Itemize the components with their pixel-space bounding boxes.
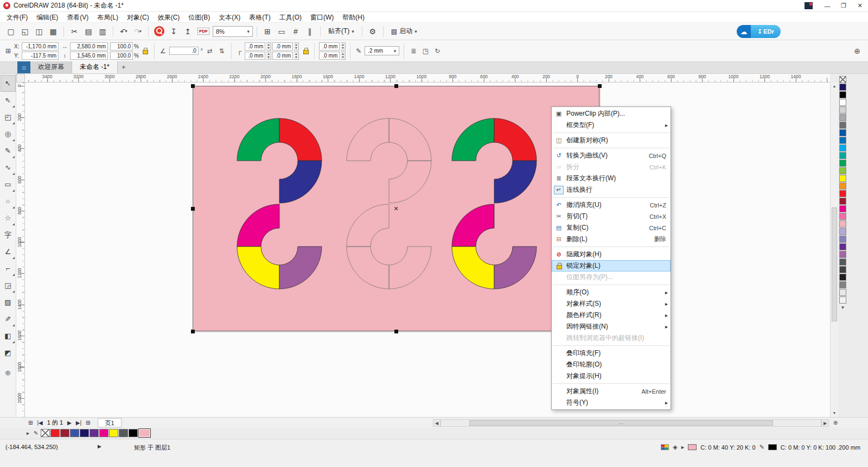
mirror-horizontal-button[interactable]: ⇄ xyxy=(205,46,215,56)
color-swatch[interactable] xyxy=(839,160,846,167)
interactive-fill-tool[interactable]: ◧ xyxy=(1,327,16,344)
spinner[interactable] xyxy=(294,42,299,51)
export-button[interactable]: ↥ xyxy=(181,25,194,38)
shadow-tool[interactable]: ◲ xyxy=(1,277,16,294)
color-eyedropper-tool[interactable]: ✎ xyxy=(1,311,16,327)
color-swatch[interactable] xyxy=(839,236,846,243)
context-menu-item[interactable]: PowerClip 内部(P)... xyxy=(552,108,671,119)
context-menu-item[interactable]: 删除(L)删除 xyxy=(552,234,671,245)
context-menu-item[interactable]: 颜色样式(R)▸ xyxy=(552,310,671,321)
context-menu-item[interactable]: 转换为曲线(V)Ctrl+Q xyxy=(552,150,671,161)
zoom-fit-icon[interactable]: ⊕ xyxy=(831,419,840,427)
context-menu-item[interactable]: 段落文本换行(W) xyxy=(552,173,671,184)
color-swatch[interactable] xyxy=(839,84,846,91)
magenta-segment[interactable] xyxy=(452,204,494,247)
crop-tool[interactable]: ◰ xyxy=(1,109,16,125)
menu-tools[interactable]: 工具(O) xyxy=(275,12,306,23)
document-color-swatch[interactable] xyxy=(109,429,118,437)
menu-object[interactable]: 对象(C) xyxy=(123,12,154,23)
cut-button[interactable]: ✂ xyxy=(68,25,81,38)
context-menu-item[interactable]: 锁定对象(L) xyxy=(552,260,671,272)
s-shape-2[interactable] xyxy=(340,117,438,291)
show-grid-button[interactable]: # xyxy=(289,25,302,38)
color-swatch[interactable] xyxy=(839,152,846,159)
menu-effects[interactable]: 效果(C) xyxy=(154,12,184,23)
menu-bitmaps[interactable]: 位图(B) xyxy=(184,12,214,23)
document-color-swatch[interactable] xyxy=(129,429,138,437)
color-swatch[interactable] xyxy=(839,258,846,266)
object-width-field[interactable]: 2,580.0 mm xyxy=(70,42,108,51)
chamfer-field-1[interactable]: .0 mm xyxy=(319,42,340,51)
context-menu-item[interactable]: 对象样式(S)▸ xyxy=(552,298,671,310)
fullscreen-preview-button[interactable]: ⊞ xyxy=(261,25,274,38)
search-content-button[interactable] xyxy=(154,26,164,36)
horizontal-scrollbar[interactable]: ⋯ xyxy=(441,419,821,427)
artistic-media-tool[interactable]: ∿ xyxy=(1,159,16,176)
menu-file[interactable]: 文件(F) xyxy=(2,12,32,23)
palette-scroll-down-icon[interactable]: ▼ xyxy=(841,305,845,310)
palette-flyout-icon[interactable]: ▸ xyxy=(25,430,31,436)
yellow-segment[interactable] xyxy=(452,247,494,289)
smart-fill-tool[interactable]: ◩ xyxy=(1,344,16,361)
context-menu-item[interactable]: 隐藏对象(H) xyxy=(552,249,671,260)
spinner[interactable] xyxy=(266,42,271,51)
purple-segment[interactable] xyxy=(389,247,431,289)
lock-ratio-button[interactable] xyxy=(141,46,150,56)
wrap-text-button[interactable]: ≣ xyxy=(409,46,418,56)
document-palette-icon[interactable] xyxy=(661,444,669,450)
connector-tool[interactable]: ⌐ xyxy=(1,260,16,277)
paste-button[interactable]: ▥ xyxy=(96,25,109,38)
scrollbar-thumb[interactable] xyxy=(832,207,837,321)
context-menu-item[interactable]: 剪切(T)Ctrl+X xyxy=(552,211,671,222)
minimize-button[interactable]: — xyxy=(819,0,835,12)
show-guidelines-button[interactable]: ∥ xyxy=(303,25,316,38)
color-swatch[interactable] xyxy=(839,281,846,288)
next-page-button[interactable]: ▶ xyxy=(65,420,74,426)
magenta-segment[interactable] xyxy=(347,204,389,247)
chamfer-field-2[interactable]: .0 mm xyxy=(319,52,340,60)
zoom-tool[interactable]: ◎ xyxy=(1,125,16,142)
expand-arrow-icon[interactable]: ▶ xyxy=(98,444,101,449)
selection-handle[interactable] xyxy=(191,330,195,333)
object-height-field[interactable]: 1,545.0 mm xyxy=(70,52,108,60)
menu-edit[interactable]: 编辑(E) xyxy=(32,12,62,23)
spinner[interactable] xyxy=(266,52,271,60)
red-segment[interactable] xyxy=(494,118,537,161)
mirror-vertical-button[interactable]: ⇅ xyxy=(217,46,227,56)
no-color-swatch[interactable] xyxy=(839,76,846,83)
ruler-origin-corner[interactable] xyxy=(16,74,25,83)
home-tab-icon[interactable]: ⌂ xyxy=(17,61,30,73)
convert-to-curves-button[interactable]: ↻ xyxy=(432,46,442,56)
context-menu-item[interactable]: 叠印填充(F) xyxy=(552,348,671,359)
corner-radius-field-2[interactable]: .0 mm xyxy=(272,42,293,51)
selection-handle[interactable] xyxy=(191,84,195,88)
document-color-swatch[interactable] xyxy=(80,429,89,437)
zoom-level-combo[interactable]: 8%▾ xyxy=(213,26,253,37)
save-button[interactable]: ◫ xyxy=(33,25,46,38)
scroll-left-icon[interactable]: ◀ xyxy=(433,419,441,427)
purple-segment[interactable] xyxy=(279,247,322,289)
magenta-segment[interactable] xyxy=(237,204,279,247)
document-color-swatch[interactable] xyxy=(138,428,151,438)
object-order-button[interactable]: ◳ xyxy=(420,46,430,56)
green-segment[interactable] xyxy=(452,118,494,161)
vertical-ruler[interactable]: 0200400600800100012001400160018002000 xyxy=(16,83,25,417)
document-color-swatch[interactable] xyxy=(119,429,128,437)
color-swatch[interactable] xyxy=(839,243,846,250)
color-swatch[interactable] xyxy=(839,198,846,205)
color-swatch[interactable] xyxy=(839,266,846,273)
freehand-tool[interactable]: ✎ xyxy=(1,142,16,159)
scroll-up-icon[interactable]: ▲ xyxy=(831,83,838,90)
quick-customize-button[interactable]: ⊕ xyxy=(854,47,860,55)
context-menu-item[interactable]: 顺序(O)▸ xyxy=(552,287,671,298)
corner-radius-field-4[interactable]: .0 mm xyxy=(272,52,293,60)
purple-segment[interactable] xyxy=(494,247,537,289)
red-segment[interactable] xyxy=(279,118,322,161)
print-button[interactable]: ▦ xyxy=(47,25,60,38)
color-swatch[interactable] xyxy=(839,205,846,212)
color-swatch[interactable] xyxy=(839,251,846,258)
y-position-field[interactable]: -117.5 mm xyxy=(22,52,59,60)
open-button[interactable]: ◱ xyxy=(18,25,31,38)
context-menu-item[interactable]: 因特网链接(N)▸ xyxy=(552,321,671,332)
blue-segment[interactable] xyxy=(279,161,322,203)
